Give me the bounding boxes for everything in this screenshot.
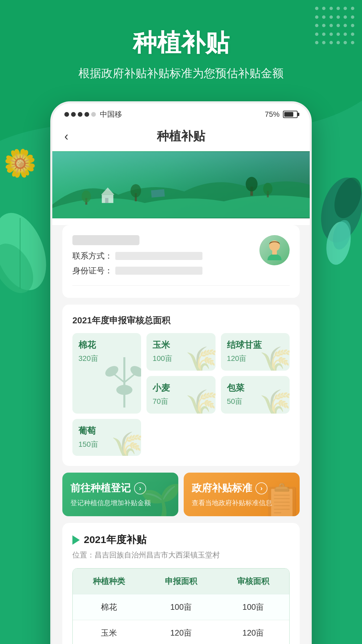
hero-banner	[52, 151, 310, 218]
divider	[72, 285, 290, 286]
planting-register-icon-bg: 🌱	[140, 482, 178, 516]
table-header-reported: 申报面积	[145, 569, 217, 594]
crop-icon-cabbage: 🌾	[259, 347, 290, 371]
status-bar: 中国移 75%	[52, 103, 310, 123]
row1-verified: 100亩	[217, 594, 289, 620]
svg-point-27	[116, 385, 132, 395]
signal-dot-3	[78, 112, 82, 117]
subsidy-title: 2021年度补贴	[84, 533, 146, 547]
back-button[interactable]: ‹	[64, 129, 68, 144]
contact-label: 联系方式：	[72, 251, 113, 261]
crop-card-bok: 包菜 50亩 🌾	[221, 376, 290, 414]
row1-reported: 100亩	[145, 594, 217, 620]
signal-dot-1	[64, 112, 69, 117]
area-section: 2021年度申报审核总面积 棉花 320亩	[62, 305, 300, 466]
subsidy-table: 种植种类 申报面积 审核面积 棉花 100亩 100亩 玉米 120亩 120亩	[72, 568, 290, 644]
subsidy-header: 2021年度补贴	[72, 533, 290, 547]
subsidy-location: 位置：昌吉回族自治州昌吉市大西渠镇玉堂村	[72, 550, 290, 560]
crop-icon-bok: 🌾	[259, 390, 290, 414]
svg-point-19	[263, 183, 273, 195]
nav-bar: ‹ 种植补贴	[52, 123, 310, 151]
table-header: 种植种类 申报面积 审核面积	[73, 569, 289, 594]
page-title: 种植补贴	[133, 27, 229, 59]
contact-field: 联系方式：	[72, 251, 253, 261]
phone-mockup: 中国移 75% ‹ 种植补贴	[50, 101, 312, 644]
subsidy-standard-button[interactable]: 政府补贴标准 › 查看当地政府补贴标准信息 📋	[184, 473, 300, 516]
contact-value-blur	[115, 252, 202, 260]
page-subtitle: 根据政府补贴补贴标准为您预估补贴金额	[78, 66, 284, 81]
row2-reported: 120亩	[145, 620, 217, 644]
crop-card-grape: 葡萄 150亩 🌾	[72, 419, 141, 456]
table-header-verified: 审核面积	[217, 569, 289, 594]
crop-grid: 棉花 320亩	[72, 333, 290, 456]
signal-dot-5	[91, 112, 96, 117]
id-value-blur	[115, 267, 202, 275]
status-left: 中国移	[64, 109, 122, 119]
main-content: 种植补贴 根据政府补贴补贴标准为您预估补贴金额 中国移 75%	[0, 0, 362, 644]
subsidy-triangle-icon	[72, 535, 80, 545]
svg-rect-10	[105, 198, 109, 203]
id-label: 身份证号：	[72, 265, 113, 276]
subsidy-standard-icon-bg: 📋	[261, 482, 300, 516]
id-field: 身份证号：	[72, 265, 253, 276]
svg-point-17	[246, 177, 257, 191]
svg-rect-15	[151, 189, 165, 198]
svg-point-26	[129, 364, 141, 379]
status-right: 75%	[265, 110, 298, 119]
crop-icon-cotton	[104, 352, 141, 414]
crop-card-cabbage: 结球甘蓝 120亩 🌾	[221, 333, 290, 371]
crop-icon-wheat: 🌾	[185, 390, 216, 414]
user-details: 联系方式： 身份证号：	[72, 235, 253, 280]
nav-title: 种植补贴	[157, 128, 205, 145]
user-name-blur	[72, 235, 139, 245]
area-section-title: 2021年度申报审核总面积	[72, 315, 290, 326]
planting-register-button[interactable]: 前往种植登记 › 登记种植信息增加补贴金额 🌱	[62, 473, 178, 516]
row2-verified: 120亩	[217, 620, 289, 644]
user-card: 联系方式： 身份证号：	[62, 225, 300, 298]
crop-card-cotton: 棉花 320亩	[72, 333, 141, 414]
row2-crop: 玉米	[73, 620, 145, 644]
avatar	[259, 235, 290, 265]
row1-crop: 棉花	[73, 594, 145, 620]
crop-icon-corn: 🌾	[185, 347, 216, 371]
subsidy-section: 2021年度补贴 位置：昌吉回族自治州昌吉市大西渠镇玉堂村 种植种类 申报面积 …	[62, 523, 300, 644]
crop-card-wheat: 小麦 70亩 🌾	[146, 376, 215, 414]
battery-icon	[283, 111, 298, 118]
table-row: 棉花 100亩 100亩	[73, 594, 289, 620]
svg-point-14	[130, 184, 141, 197]
carrier-text: 中国移	[100, 109, 122, 119]
signal-dot-4	[84, 112, 89, 117]
crop-card-corn: 玉米 100亩 🌾	[146, 333, 215, 371]
crop-name-cotton: 棉花	[78, 339, 135, 351]
action-row: 前往种植登记 › 登记种植信息增加补贴金额 🌱 政府补贴标准 › 查看当地政府补…	[62, 473, 300, 516]
crop-icon-grape: 🌾	[111, 432, 141, 456]
battery-percent: 75%	[265, 110, 280, 119]
svg-point-12	[82, 191, 91, 202]
signal-dot-2	[71, 112, 76, 117]
app-body: 联系方式： 身份证号：	[52, 225, 310, 644]
table-header-crop: 种植种类	[73, 569, 145, 594]
svg-rect-21	[272, 251, 277, 255]
table-row: 玉米 120亩 120亩	[73, 620, 289, 644]
